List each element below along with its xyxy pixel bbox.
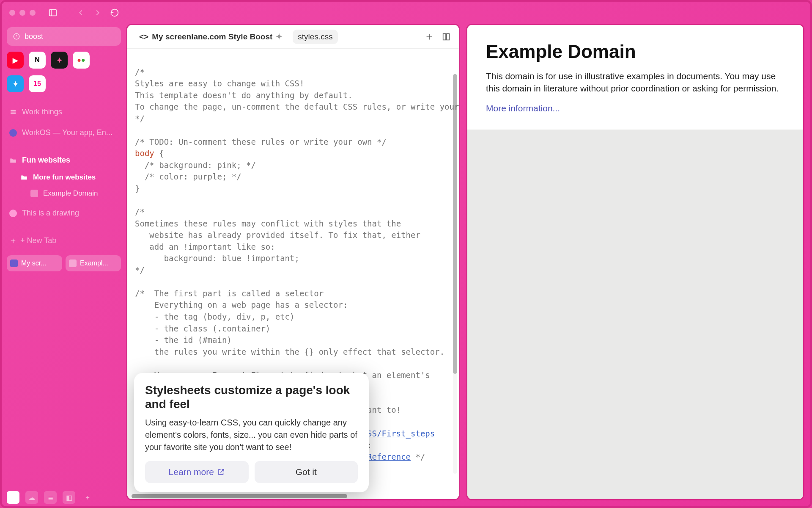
app-youtube-icon[interactable]: ▶ — [7, 52, 24, 69]
tab-boost[interactable]: <> My screenlane.com Style Boost ✦ — [134, 29, 288, 44]
button-label: Learn more — [169, 467, 214, 477]
editor-tabs: <> My screenlane.com Style Boost ✦ style… — [127, 25, 459, 49]
external-link-icon — [217, 468, 225, 476]
sidebar-label: This is a drawing — [22, 209, 79, 218]
scrollbar-thumb[interactable] — [453, 74, 457, 374]
minimize-dot[interactable] — [19, 10, 25, 16]
pinned-apps-row-2: ✦ 15 — [7, 75, 121, 92]
horizontal-scrollbar[interactable] — [132, 494, 347, 498]
sidebar-label: More fun websites — [33, 173, 96, 182]
learn-more-button[interactable]: Learn more — [145, 461, 249, 483]
sparkle-icon — [10, 260, 18, 267]
dock-db-icon[interactable]: ≣ — [44, 491, 57, 504]
dock-bookmark-icon[interactable]: ◧ — [63, 491, 75, 504]
svg-rect-0 — [49, 10, 57, 16]
sidebar-toggle-icon[interactable] — [46, 6, 60, 20]
book-icon[interactable] — [440, 31, 452, 43]
got-it-button[interactable]: Got it — [255, 461, 358, 483]
mini-tab-label: My scr... — [21, 260, 47, 267]
drawing-icon — [9, 210, 17, 217]
sidebar-section-work[interactable]: Work things — [7, 104, 121, 120]
sidebar: boost ▶ N ✦ ●● ✦ 15 Work things WorkOS — [2, 24, 126, 506]
address-bar[interactable]: boost — [7, 27, 121, 46]
bottom-dock: ☁︎ ≣ ◧ ＋ — [7, 491, 94, 504]
tab-label: My screenlane.com Style Boost — [152, 32, 272, 41]
more-info-link[interactable]: More information... — [486, 103, 560, 113]
sparkle-icon: ✦ — [276, 32, 283, 41]
window-controls — [9, 10, 36, 16]
page-icon — [69, 260, 77, 267]
app-pink-icon[interactable]: ✦ — [51, 52, 68, 69]
dock-add-icon[interactable]: ＋ — [81, 491, 94, 504]
sidebar-label: Example Domain — [43, 189, 98, 198]
dock-cloud-icon[interactable]: ☁︎ — [25, 491, 38, 504]
app-twitter-icon[interactable]: ✦ — [7, 75, 24, 92]
preview-panel: Example Domain This domain is for use in… — [466, 24, 804, 500]
toolbar — [2, 2, 810, 24]
app-calendar-icon[interactable]: 15 — [29, 75, 46, 92]
sidebar-folder-morefun[interactable]: More fun websites — [17, 171, 121, 184]
back-icon[interactable] — [74, 6, 88, 20]
mini-tab-1[interactable]: My scr... — [7, 255, 62, 271]
new-tab-label: + New Tab — [20, 236, 56, 245]
pinned-apps-row-1: ▶ N ✦ ●● — [7, 52, 121, 69]
button-label: Got it — [296, 467, 317, 477]
sidebar-label: WorkOS — Your app, En... — [22, 128, 112, 137]
address-bar-text: boost — [25, 32, 43, 41]
sidebar-item-drawing[interactable]: This is a drawing — [7, 205, 121, 221]
split-panels: <> My screenlane.com Style Boost ✦ style… — [126, 24, 810, 506]
app-multicolor-icon[interactable]: ●● — [73, 52, 90, 69]
dock-thumbnail[interactable] — [7, 491, 19, 504]
add-tab-icon[interactable] — [423, 31, 435, 43]
onboarding-popover: Stylesheets customize a page's look and … — [134, 373, 369, 492]
browser-window: boost ▶ N ✦ ●● ✦ 15 Work things WorkOS — [0, 0, 812, 508]
page-icon — [30, 190, 38, 197]
code-icon: <> — [139, 32, 148, 41]
sidebar-label: Work things — [22, 108, 62, 116]
forward-icon[interactable] — [91, 6, 105, 20]
popover-body: Using easy-to-learn CSS, you can quickly… — [145, 417, 358, 453]
mini-tab-label: Exampl... — [80, 260, 108, 267]
editor-panel: <> My screenlane.com Style Boost ✦ style… — [126, 24, 460, 500]
close-dot[interactable] — [9, 10, 15, 16]
reload-icon[interactable] — [107, 6, 122, 20]
sidebar-label: Fun websites — [22, 156, 70, 165]
sidebar-item-example[interactable]: Example Domain — [27, 187, 121, 200]
sidebar-item-workos[interactable]: WorkOS — Your app, En... — [7, 125, 121, 141]
split-view-tabs: My scr... Exampl... — [7, 255, 121, 271]
mini-tab-2[interactable]: Exampl... — [66, 255, 121, 271]
workos-icon — [9, 129, 17, 137]
preview-empty-area — [467, 130, 803, 499]
page-title: Example Domain — [486, 41, 785, 62]
tab-styles-css[interactable]: styles.css — [293, 30, 337, 44]
new-tab-button[interactable]: + New Tab — [7, 233, 121, 248]
preview-content: Example Domain This domain is for use in… — [467, 25, 803, 130]
tab-label: styles.css — [298, 32, 332, 41]
page-paragraph: This domain is for use in illustrative e… — [486, 70, 785, 95]
app-notion-icon[interactable]: N — [29, 52, 46, 69]
sidebar-folder-fun[interactable]: Fun websites — [7, 152, 121, 168]
popover-title: Stylesheets customize a page's look and … — [145, 383, 358, 411]
vertical-scrollbar[interactable] — [453, 74, 457, 474]
zoom-dot[interactable] — [30, 10, 36, 16]
